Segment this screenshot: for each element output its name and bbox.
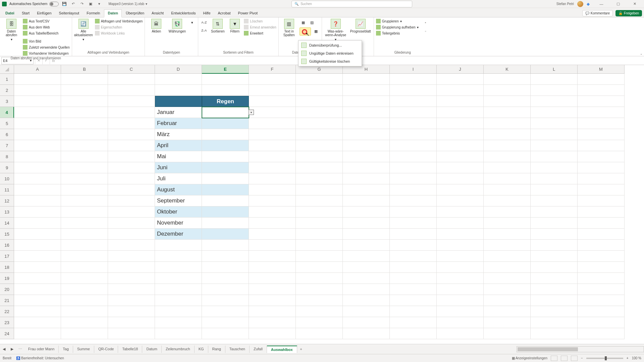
cell-E21[interactable] [202, 295, 249, 306]
sheet-tab[interactable]: Summe [73, 346, 94, 353]
cell-E10[interactable] [202, 173, 249, 184]
cell-C10[interactable] [108, 173, 155, 184]
cell-B5[interactable] [61, 118, 108, 129]
cell-H5[interactable] [343, 118, 390, 129]
cell-I5[interactable] [390, 118, 437, 129]
cell-E20[interactable] [202, 284, 249, 295]
row-header[interactable]: 8 [0, 151, 14, 162]
cell-F12[interactable] [249, 195, 296, 206]
cell-C16[interactable] [108, 240, 155, 251]
display-settings-button[interactable]: ▦ Anzeigeeinstellungen [512, 356, 547, 360]
cell-M3[interactable] [578, 96, 625, 107]
cell-G22[interactable] [296, 306, 343, 317]
cell-F23[interactable] [249, 317, 296, 328]
row-header[interactable]: 6 [0, 129, 14, 140]
cell-F11[interactable] [249, 184, 296, 195]
cell-B10[interactable] [61, 173, 108, 184]
cell-D10[interactable]: Juli [155, 173, 202, 184]
restore-button[interactable]: ▢ [611, 0, 625, 8]
minimize-button[interactable]: — [594, 0, 608, 8]
tab-daten[interactable]: Daten [104, 9, 122, 17]
cell-G8[interactable] [296, 151, 343, 162]
cell-B14[interactable] [61, 218, 108, 229]
cell-D5[interactable]: Februar [155, 118, 202, 129]
row-header[interactable]: 4 [0, 107, 14, 118]
cell-H13[interactable] [343, 206, 390, 218]
cell-I3[interactable] [390, 96, 437, 107]
sheet-tab[interactable]: Datum [142, 346, 161, 353]
sort-button[interactable]: ⇅Sortieren [210, 19, 226, 33]
save-icon[interactable]: 💾 [61, 1, 67, 7]
cell-M8[interactable] [578, 151, 625, 162]
cell-C2[interactable] [108, 85, 155, 96]
add-sheet-button[interactable]: ＋ [297, 347, 305, 352]
cell-F24[interactable] [249, 328, 296, 339]
flash-fill-button[interactable]: ▦ [300, 19, 307, 26]
get-item-button[interactable]: Vorhandene Verbindungen [23, 51, 70, 56]
cell-E22[interactable] [202, 306, 249, 317]
cell-E13[interactable] [202, 206, 249, 218]
cell-M11[interactable] [578, 184, 625, 195]
col-header[interactable]: L [531, 65, 578, 74]
cell-H20[interactable] [343, 284, 390, 295]
zoom-level[interactable]: 100 % [632, 356, 641, 360]
row-header[interactable]: 7 [0, 140, 14, 151]
cell-L21[interactable] [531, 295, 578, 306]
cell-B8[interactable] [61, 151, 108, 162]
cell-L17[interactable] [531, 251, 578, 262]
cell-H14[interactable] [343, 218, 390, 229]
cell-H12[interactable] [343, 195, 390, 206]
tab-datei[interactable]: Datei [2, 10, 18, 17]
scroll-thumb[interactable] [518, 347, 578, 351]
cell-M4[interactable] [578, 107, 625, 118]
cell-D7[interactable]: April [155, 140, 202, 151]
avatar[interactable] [577, 1, 583, 7]
cell-J9[interactable] [437, 162, 484, 173]
cell-K17[interactable] [484, 251, 531, 262]
cell-A14[interactable] [14, 218, 61, 229]
cell-A20[interactable] [14, 284, 61, 295]
cell-D16[interactable] [155, 240, 202, 251]
sheet-nav-prev[interactable]: ◀ [0, 345, 8, 353]
cell-D4[interactable]: Januar [155, 107, 202, 118]
cell-D24[interactable] [155, 328, 202, 339]
cell-A17[interactable] [14, 251, 61, 262]
cell-I12[interactable] [390, 195, 437, 206]
consolidate-button[interactable]: ▩ [312, 27, 320, 35]
row-header[interactable]: 20 [0, 284, 14, 295]
cell-H21[interactable] [343, 295, 390, 306]
cell-F18[interactable] [249, 262, 296, 273]
cell-H17[interactable] [343, 251, 390, 262]
tab-start[interactable]: Start [18, 10, 33, 17]
cell-D2[interactable] [155, 85, 202, 96]
cell-A2[interactable] [14, 85, 61, 96]
cell-I8[interactable] [390, 151, 437, 162]
row-header[interactable]: 14 [0, 218, 14, 229]
cell-J6[interactable] [437, 129, 484, 140]
dv-menu-item[interactable]: Ungültige Daten einkreisen [299, 49, 361, 57]
cell-H15[interactable] [343, 229, 390, 240]
cell-B22[interactable] [61, 306, 108, 317]
subtotal-button[interactable]: Teilergebnis [376, 31, 419, 36]
cell-B2[interactable] [61, 85, 108, 96]
cell-I13[interactable] [390, 206, 437, 218]
dv-menu-item[interactable]: Datenüberprüfung... [299, 41, 361, 49]
accessibility-status[interactable]: ♿ Barrierefreiheit: Untersuchen [16, 356, 64, 360]
cell-A10[interactable] [14, 173, 61, 184]
cell-G7[interactable] [296, 140, 343, 151]
normal-view-button[interactable] [551, 356, 557, 361]
tab-acrobat[interactable]: Acrobat [215, 10, 234, 17]
dv-menu-item[interactable]: Gültigkeitskreise löschen [299, 57, 361, 65]
cell-F19[interactable] [249, 273, 296, 284]
cell-M18[interactable] [578, 262, 625, 273]
cell-F20[interactable] [249, 284, 296, 295]
cell-K10[interactable] [484, 173, 531, 184]
cell-L20[interactable] [531, 284, 578, 295]
cell-H23[interactable] [343, 317, 390, 328]
cell-J12[interactable] [437, 195, 484, 206]
sheet-nav-menu[interactable]: ⋯ [16, 345, 24, 353]
cell-D15[interactable]: Dezember [155, 229, 202, 240]
col-header[interactable]: D [155, 65, 202, 74]
tab-einfügen[interactable]: Einfügen [34, 10, 55, 17]
share-button[interactable]: 🔓 Freigeben [615, 10, 642, 16]
